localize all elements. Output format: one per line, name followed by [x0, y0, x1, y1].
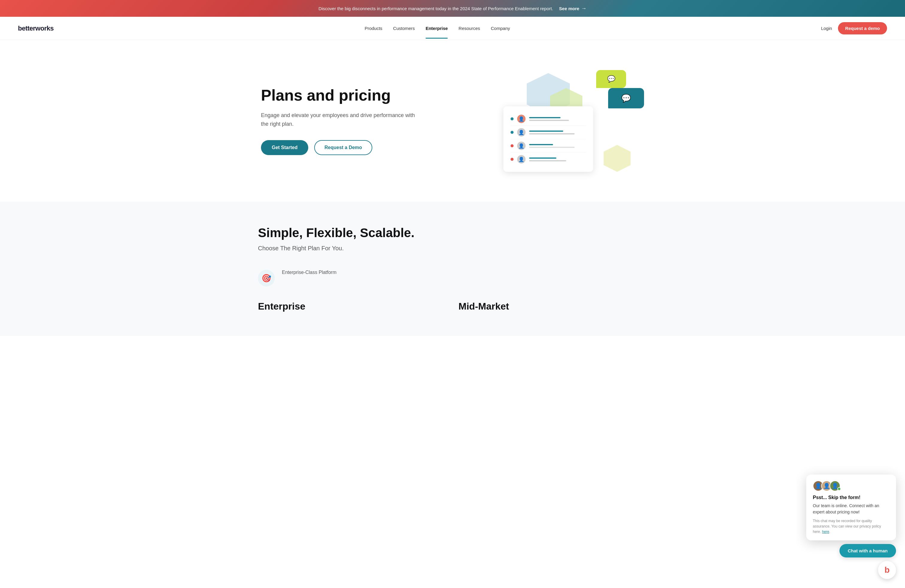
- avatar-4: 👤: [517, 155, 526, 164]
- request-demo-nav-button[interactable]: Request a demo: [838, 22, 887, 35]
- pricing-col-midmarket: Mid-Market: [459, 301, 647, 312]
- chat-bubble-icon: 💬: [607, 75, 615, 83]
- feature-label: Enterprise-Class Platform: [282, 270, 337, 275]
- pricing-col-enterprise: Enterprise: [258, 301, 446, 312]
- line-1a: [529, 117, 560, 118]
- avatar-2: 👤: [517, 128, 526, 137]
- row-dot-2: [511, 131, 514, 134]
- nav-resources[interactable]: Resources: [459, 25, 480, 32]
- avatar-3: 👤: [517, 141, 526, 150]
- avatar-icon-2: 👤: [518, 130, 524, 135]
- pricing-midmarket-title: Mid-Market: [459, 301, 647, 312]
- lower-section: Simple, Flexible, Scalable. Choose The R…: [0, 202, 905, 336]
- hex-yellow-shape: [602, 145, 632, 172]
- navbar: betterworks Products Customers Enterpris…: [0, 17, 905, 40]
- card-row-2: 👤: [511, 126, 586, 139]
- avatar-icon-1: 👤: [518, 116, 524, 122]
- nav-products[interactable]: Products: [365, 25, 382, 32]
- lower-content: Simple, Flexible, Scalable. Choose The R…: [258, 226, 647, 312]
- line-3b: [529, 147, 575, 148]
- card-row-1: 👤: [511, 112, 586, 126]
- line-4b: [529, 160, 566, 161]
- row-dot-4: [511, 158, 514, 161]
- nav-links: Products Customers Enterprise Resources …: [365, 25, 510, 32]
- avatar-icon-3: 👤: [518, 143, 524, 149]
- request-demo-hero-button[interactable]: Request a Demo: [314, 140, 372, 155]
- nav-company[interactable]: Company: [491, 25, 510, 32]
- card-lines-2: [529, 130, 586, 134]
- logo[interactable]: betterworks: [18, 25, 54, 32]
- card-row-3: 👤: [511, 139, 586, 153]
- hero-subtitle: Engage and elevate your employees and dr…: [261, 111, 417, 129]
- bubble-teal: 💬: [608, 88, 644, 108]
- chat-bubble-teal-icon: 💬: [621, 94, 631, 103]
- card-lines-3: [529, 144, 586, 148]
- card-row-4: 👤: [511, 153, 586, 166]
- card-illustration: 👤 👤 👤: [503, 106, 593, 172]
- row-dot-1: [511, 118, 514, 120]
- hero-illustration: 💬 💬 👤 👤: [500, 64, 644, 178]
- line-2b: [529, 133, 575, 134]
- enterprise-platform-icon: 🎯: [262, 273, 271, 283]
- feature-row: 🎯 Enterprise-Class Platform: [258, 270, 647, 286]
- lower-heading: Simple, Flexible, Scalable.: [258, 226, 647, 240]
- login-button[interactable]: Login: [821, 26, 832, 31]
- top-banner: Discover the big disconnects in performa…: [0, 0, 905, 17]
- feature-icon-wrap: 🎯: [258, 270, 275, 286]
- hero-content: Plans and pricing Engage and elevate you…: [261, 87, 417, 156]
- line-3a: [529, 144, 553, 145]
- banner-text: Discover the big disconnects in performa…: [318, 6, 553, 11]
- nav-actions: Login Request a demo: [821, 22, 887, 35]
- lower-subheading: Choose The Right Plan For You.: [258, 245, 647, 252]
- get-started-button[interactable]: Get Started: [261, 140, 308, 155]
- see-more-link[interactable]: See more →: [559, 5, 587, 12]
- card-lines-4: [529, 157, 586, 161]
- line-2a: [529, 130, 563, 132]
- card-lines-1: [529, 117, 586, 121]
- line-4a: [529, 157, 556, 159]
- hero-title: Plans and pricing: [261, 87, 417, 104]
- pricing-cols: Enterprise Mid-Market: [258, 301, 647, 312]
- avatar-1: 👤: [517, 114, 526, 123]
- hero-buttons: Get Started Request a Demo: [261, 140, 417, 155]
- pricing-enterprise-title: Enterprise: [258, 301, 446, 312]
- line-1b: [529, 120, 569, 121]
- nav-enterprise[interactable]: Enterprise: [426, 25, 448, 32]
- logo-text: betterworks: [18, 25, 54, 32]
- avatar-icon-4: 👤: [518, 157, 524, 162]
- bubble-green: 💬: [596, 70, 626, 88]
- nav-customers[interactable]: Customers: [393, 25, 415, 32]
- arrow-icon: →: [581, 5, 587, 12]
- see-more-label: See more: [559, 6, 580, 11]
- row-dot-3: [511, 144, 514, 147]
- hero-section: Plans and pricing Engage and elevate you…: [0, 40, 905, 202]
